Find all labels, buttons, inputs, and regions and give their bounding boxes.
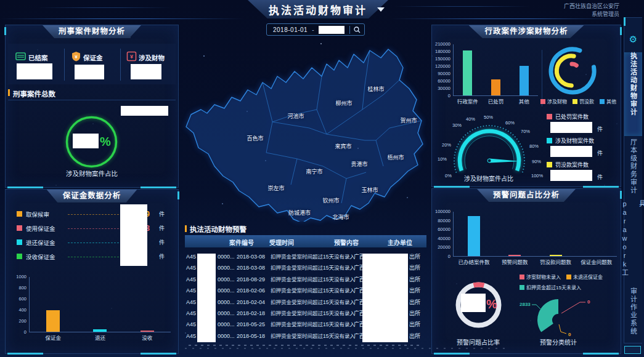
gear-icon[interactable]: ⚙: [624, 34, 642, 45]
corner-accent: [583, 186, 619, 188]
map-city-label[interactable]: 贵港市: [351, 160, 367, 168]
col-case-number[interactable]: 案件编号: [229, 238, 254, 247]
rose-chart: [518, 289, 598, 337]
legend-swatch: [600, 99, 605, 104]
admin-case-panel: 行政案件涉案财物分析 03000060000900001200001500001…: [431, 25, 621, 187]
legend-item[interactable]: 涉案财物未录入: [520, 273, 561, 280]
accept-date: 2018-02-04: [237, 297, 265, 308]
bar-预警问题数[interactable]: [508, 255, 521, 256]
corner-accent: [620, 191, 622, 199]
legend-swatch: [547, 138, 552, 143]
legend-swatch: [520, 275, 524, 279]
app-title-bar: 执法活动财物审计: [248, 0, 388, 18]
map-city-label[interactable]: 北海市: [332, 213, 349, 221]
y-tick-label: 150000: [435, 57, 450, 62]
sidebar-item-4[interactable]: 审计作业系统: [624, 287, 642, 345]
province-outline: [180, 36, 430, 222]
bar-行政案件[interactable]: [463, 50, 472, 96]
map-city-label[interactable]: 防城港市: [288, 209, 311, 217]
legend-item[interactable]: 其他: [600, 98, 616, 105]
stat-label-property: 涉及财物: [139, 53, 165, 62]
deposit-unit: 件: [150, 252, 165, 260]
y-tick-label: 20000: [438, 245, 450, 250]
y-tick-label: 400: [18, 308, 26, 313]
redacted-percent-value: [73, 134, 99, 148]
deposit-bar-chart: 02004006008001000 保证金退还没收: [10, 277, 173, 342]
bar-column: 已处罚: [482, 44, 510, 95]
search-icon[interactable]: [353, 26, 361, 34]
gauge-tick-label: 80%: [529, 143, 539, 149]
unit-label: 件: [597, 125, 603, 133]
map-city-label[interactable]: 桂林市: [367, 85, 384, 93]
col-warning-content[interactable]: 预警内容: [334, 238, 359, 247]
case-suffix: 0000...: [218, 251, 235, 262]
header-decor-line: [394, 6, 530, 7]
legend-item[interactable]: 涉及财物: [540, 98, 567, 105]
map-city-label[interactable]: 来宾市: [335, 142, 351, 150]
col-accept-time[interactable]: 受理时间: [269, 238, 294, 247]
sidebar-bottom-tab[interactable]: [624, 346, 641, 354]
y-tick-label: 180000: [435, 49, 450, 54]
header-decor-line: [391, 18, 621, 19]
bar-category-label: 保证金问题数: [581, 258, 612, 265]
map-city-label[interactable]: 南宁市: [306, 167, 322, 175]
sidebar-item-1[interactable]: 执法活动财物审计: [624, 52, 642, 136]
panel-title: 行政案件涉案财物分析: [468, 25, 584, 38]
warning-content: 扣押资金受案时间超过15天没有录入: [271, 274, 355, 285]
accept-date: 2018-08-29: [237, 274, 265, 285]
y-axis: 020000400006000080000100000: [432, 212, 453, 257]
case-suffix: 0000...: [218, 297, 235, 308]
plot-area: 行政案件已处罚其他: [453, 44, 538, 96]
col-host-unit[interactable]: 主办单位: [388, 238, 412, 247]
partial-row: [189, 345, 420, 346]
map-city-label[interactable]: 崇左市: [267, 184, 284, 192]
section-marker: [185, 225, 187, 232]
start-date[interactable]: 2018-01-01: [273, 26, 308, 33]
sidebar-item-3[interactable]: parawork工具: [624, 200, 642, 283]
case-prefix: A45: [186, 285, 196, 296]
corner-accent: [7, 353, 43, 355]
y-axis: 0300006000090000120000150000180000210000: [432, 44, 453, 96]
legend-item[interactable]: 罚没款: [573, 98, 594, 105]
legend-item[interactable]: 未退还保证金: [566, 273, 603, 280]
map-city-label[interactable]: 百色市: [247, 134, 263, 142]
bar-column: 其他: [510, 44, 538, 95]
gauge-needle: [489, 159, 521, 163]
map-city-label[interactable]: 河池市: [287, 112, 304, 120]
sidebar-item-2[interactable]: 厅本级财务审计: [624, 138, 642, 198]
corner-accent: [141, 187, 176, 188]
bar-已办结案件数[interactable]: [468, 216, 480, 256]
bottom-decor: [185, 348, 505, 349]
gauge-tick-label: 50%: [484, 114, 493, 120]
bar-退还[interactable]: [93, 329, 107, 332]
y-axis: 02004006008001000: [10, 277, 29, 332]
chevron-down-icon[interactable]: [377, 7, 385, 12]
org-suffix: 出所: [409, 262, 420, 273]
donut-caption: 预警问题占比率: [438, 337, 518, 347]
y-tick-label: 30000: [438, 86, 450, 91]
corner-accent: [620, 27, 622, 35]
map-city-label[interactable]: 玉林市: [361, 186, 378, 194]
pie-value-label: 0: [568, 332, 571, 337]
bar-没收[interactable]: [141, 331, 154, 332]
map-city-label[interactable]: 梧州市: [387, 153, 404, 161]
gauge-tick-label: 10%: [438, 156, 447, 162]
user-role[interactable]: 系统管理员: [564, 10, 619, 18]
map-city-label[interactable]: 贺州市: [400, 116, 417, 124]
bar-category-label: 行政案件: [457, 97, 478, 105]
legend-swatch: [17, 225, 22, 231]
redacted-end-date[interactable]: [319, 26, 344, 34]
bar-已处罚[interactable]: [491, 79, 500, 95]
deposit-label: 取保候审: [26, 210, 64, 219]
bar-罚没款问题数[interactable]: [550, 255, 562, 256]
bar-其他[interactable]: [520, 66, 529, 95]
y-tick-label: 120000: [435, 64, 450, 69]
bar-保证金[interactable]: [46, 310, 60, 332]
org-suffix: 出所: [409, 251, 420, 262]
map-city-label[interactable]: 钦州市: [322, 196, 339, 204]
date-range-picker[interactable]: 2018-01-01 -: [266, 23, 365, 36]
header-decor-line: [0, 18, 244, 19]
warning-analysis-panel: 预警问题占比分析 020000400006000080000100000 已办结…: [431, 188, 621, 354]
map-city-label[interactable]: 柳州市: [335, 99, 352, 107]
case-prefix: A45: [186, 308, 196, 319]
